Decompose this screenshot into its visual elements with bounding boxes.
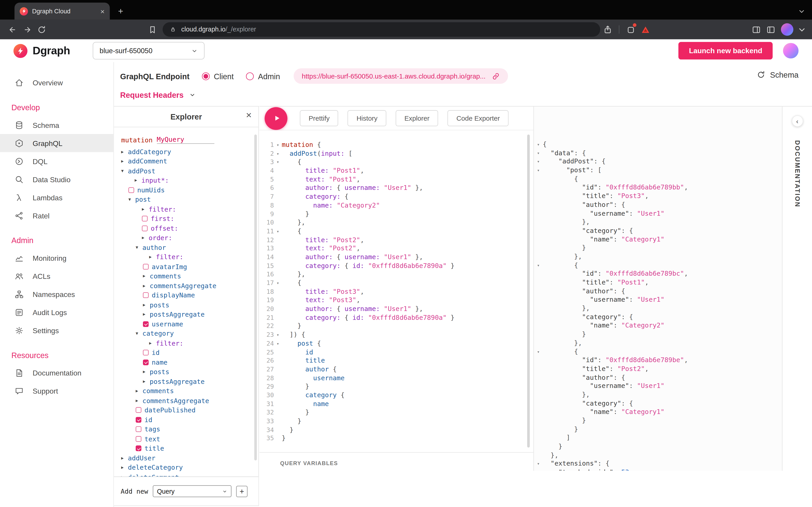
editor-line[interactable]: 5 text: "Post1", [261,175,533,184]
tree-item-numUids[interactable]: numUids [121,185,258,194]
tree-item-id[interactable]: id [121,348,258,357]
editor-line[interactable]: 17▾ { [261,279,533,287]
editor-line[interactable]: 22 } [261,322,533,331]
tree-item-displayName[interactable]: displayName [121,290,258,300]
chevron-collapsed-icon[interactable]: ▶ [143,379,150,384]
radio-admin[interactable]: Admin [246,72,280,80]
chevron-collapsed-icon[interactable]: ▶ [121,465,128,470]
tree-item-id[interactable]: id [121,415,258,425]
checkbox-unchecked[interactable] [136,436,141,442]
checkbox-unchecked[interactable] [143,350,149,355]
chevron-collapsed-icon[interactable]: ▶ [143,283,150,288]
editor-line[interactable]: 25 id [261,348,533,356]
fold-arrow-icon[interactable]: ▾ [274,158,282,167]
editor-line[interactable]: 10 }, [261,218,533,227]
checkbox-checked[interactable] [136,446,141,451]
editor-line[interactable]: 21 category: { id: "0xfffd8d6ab6e7890a" … [261,314,533,322]
sidebar-item-dql[interactable]: DQL [0,152,113,170]
tree-item-text[interactable]: text [121,434,258,444]
operation-name-input[interactable]: MyQuery [157,135,214,144]
share-icon[interactable] [600,22,615,37]
fold-arrow-icon[interactable]: ▾ [534,460,543,468]
sidebar-item-overview[interactable]: Overview [0,73,113,92]
browser-profile-avatar[interactable] [781,23,794,36]
chevron-collapsed-icon[interactable]: ▶ [143,312,150,317]
chevron-collapsed-icon[interactable]: ▶ [135,178,141,183]
endpoint-url-pill[interactable]: https://blue-surf-650050.us-east-1.aws.c… [294,68,508,84]
tree-item-commentsAggregate[interactable]: ▶commentsAggregate [121,281,258,290]
reload-button[interactable] [34,22,49,37]
fold-arrow-icon[interactable]: ▾ [274,141,282,150]
tree-item-addPost[interactable]: ▼addPost [121,166,258,176]
query-variables-section[interactable]: QUERY VARIABLES [259,452,533,471]
sidebar-item-data-studio[interactable]: Data Studio [0,170,113,188]
adblock-extension-icon[interactable] [638,22,653,37]
tree-item-postsAggregate[interactable]: ▶postsAggregate [121,377,258,386]
reading-list-icon[interactable] [763,22,778,37]
editor-line[interactable]: 8 name: "Category2" [261,201,533,210]
editor-line[interactable]: 31 name [261,400,533,408]
checkbox-unchecked[interactable] [129,187,134,193]
checkbox-unchecked[interactable] [142,216,148,222]
tab-close-icon[interactable]: × [100,7,105,15]
bookmark-icon[interactable] [145,22,159,37]
editor-line[interactable]: 13 text: "Post2", [261,244,533,253]
back-button[interactable] [5,22,20,37]
chevron-collapsed-icon[interactable]: ▶ [142,207,149,212]
tree-item-deleteCategory[interactable]: ▶deleteCategory [121,463,258,472]
tree-item-order[interactable]: ▶order: [121,233,258,243]
sidebar-item-monitoring[interactable]: Monitoring [0,249,113,267]
open-docs-chevron-icon[interactable]: ‹ [792,115,803,127]
site-security-lock-icon[interactable] [169,26,176,33]
sidebar-item-schema[interactable]: Schema [0,116,113,134]
editor-line[interactable]: 11▾ { [261,227,533,236]
address-bar[interactable]: cloud.dgraph.io/_/explorer [163,22,600,37]
editor-line[interactable]: 20 author: { username: "User1" }, [261,305,533,313]
checkbox-unchecked[interactable] [136,427,141,432]
results-pane[interactable]: ▾{▾ "data": {▾ "addPost": {▾ "post": [ {… [533,106,782,471]
editor-line[interactable]: 9 } [261,210,533,218]
checkbox-checked[interactable] [143,359,149,365]
editor-line[interactable]: 4 title: "Post1", [261,167,533,175]
chevron-expanded-icon[interactable]: ▼ [136,331,143,336]
sidebar-item-lambdas[interactable]: Lambdas [0,188,113,207]
chevron-collapsed-icon[interactable]: ▶ [149,255,156,260]
checkbox-unchecked[interactable] [136,407,141,413]
tree-item-input[interactable]: ▶input*: [121,176,258,185]
chevron-collapsed-icon[interactable]: ▶ [121,150,128,154]
checkbox-unchecked[interactable] [142,225,148,231]
editor-line[interactable]: 33 } [261,417,533,426]
tree-item-category[interactable]: ▼category [121,329,258,338]
tree-item-deleteComment[interactable]: ▶deleteComment [121,472,258,476]
tree-item-posts[interactable]: ▶posts [121,300,258,309]
close-icon[interactable]: × [246,110,251,120]
fold-arrow-icon[interactable]: ▾ [534,158,543,166]
editor-line[interactable]: 7 category: { [261,192,533,201]
tree-item-addUser[interactable]: ▶addUser [121,453,258,463]
history-button[interactable]: History [348,110,386,126]
chevron-collapsed-icon[interactable]: ▶ [143,302,150,307]
sidebar-item-audit-logs[interactable]: Audit Logs [0,303,113,321]
add-new-type-select[interactable]: Query [153,485,231,497]
editor-line[interactable]: 12 title: "Post2", [261,236,533,244]
editor-line[interactable]: 26 title [261,356,533,365]
code-exporter-button[interactable]: Code Exporter [448,110,509,126]
sidebar-item-ratel[interactable]: Ratel [0,207,113,225]
sidebar-item-documentation[interactable]: Documentation [0,364,113,382]
editor-line[interactable]: 27 author { [261,365,533,374]
checkbox-unchecked[interactable] [143,264,149,269]
chevron-collapsed-icon[interactable]: ▶ [121,456,128,460]
fold-arrow-icon[interactable]: ▾ [274,150,282,158]
fold-arrow-icon[interactable]: ▾ [534,347,543,356]
query-editor[interactable]: 1▾mutation {2▾ addPost(input: [3▾ {4 tit… [259,130,533,452]
chevron-collapsed-icon[interactable]: ▶ [121,475,128,476]
tab-search-chevron-icon[interactable] [798,7,806,16]
prettify-button[interactable]: Prettify [300,110,338,126]
chevron-expanded-icon[interactable]: ▼ [136,245,143,250]
extension-icon[interactable] [623,22,638,37]
editor-line[interactable]: 35} [261,434,533,443]
tree-item-datePublished[interactable]: datePublished [121,405,258,415]
tree-item-comments[interactable]: ▶comments [121,271,258,281]
tree-item-post[interactable]: ▼post [121,195,258,205]
chevron-collapsed-icon[interactable]: ▶ [136,398,143,403]
